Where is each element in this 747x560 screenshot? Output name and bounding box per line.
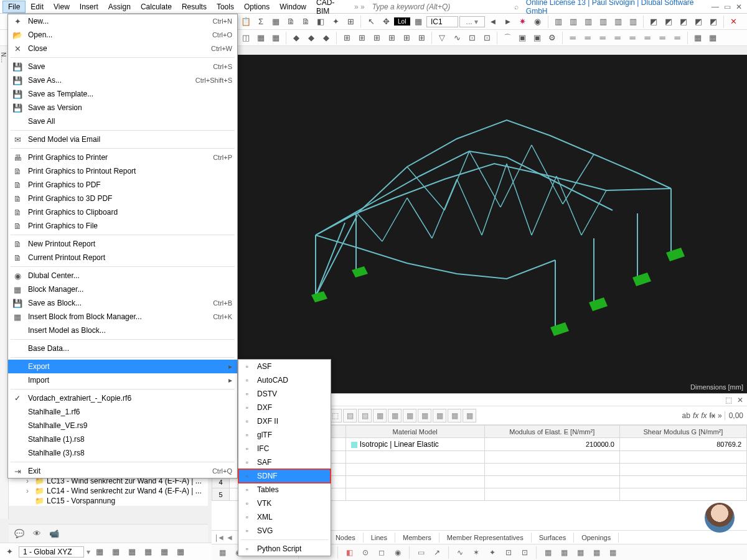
file-menu-item[interactable]: ⇥ExitCtrl+Q bbox=[8, 464, 237, 478]
tree-item-lc15[interactable]: 📁LC15 - Vorspannung bbox=[9, 496, 208, 506]
menu-assign[interactable]: Assign bbox=[103, 1, 136, 12]
file-menu-item[interactable]: ◉Dlubal Center... bbox=[8, 269, 237, 282]
sb-j-icon[interactable]: ▭ bbox=[414, 546, 428, 559]
t2-y-icon[interactable]: ▦ bbox=[691, 31, 705, 45]
tool-clipboard-icon[interactable]: 📋 bbox=[239, 15, 253, 29]
t2-d-icon[interactable]: ◆ bbox=[289, 31, 303, 45]
sb-q-icon[interactable]: ▦ bbox=[541, 546, 555, 559]
tool-i-icon[interactable]: ◩ bbox=[677, 15, 690, 29]
tab-openings[interactable]: Openings bbox=[574, 533, 619, 543]
coord-a-icon[interactable]: ▦ bbox=[93, 545, 106, 559]
t2-t-icon[interactable]: ═ bbox=[611, 31, 624, 45]
nav-camera-icon[interactable]: 📹 bbox=[47, 527, 61, 541]
file-menu-item[interactable]: 🗎Current Printout Report bbox=[8, 251, 237, 264]
grid-b3-icon[interactable]: ▤ bbox=[343, 409, 357, 422]
t2-i-icon[interactable]: ⊞ bbox=[370, 31, 383, 45]
t2-s-icon[interactable]: ═ bbox=[596, 31, 609, 45]
file-menu-item[interactable]: ✉Send Model via Email bbox=[8, 133, 237, 146]
t2-j-icon[interactable]: ⊞ bbox=[385, 31, 398, 45]
t2-curve-icon[interactable]: ∿ bbox=[450, 31, 464, 45]
file-menu-item[interactable]: 💾SaveCtrl+S bbox=[8, 60, 237, 73]
tool-f-icon[interactable]: ▥ bbox=[626, 15, 640, 29]
fx-fx-icon[interactable]: fx bbox=[693, 411, 698, 420]
menu-file[interactable]: File bbox=[2, 1, 26, 13]
search-icon[interactable]: ⌕ bbox=[512, 2, 521, 11]
t2-l-icon[interactable]: ⊞ bbox=[415, 31, 428, 45]
fx-strike-icon[interactable]: fx bbox=[710, 411, 715, 420]
file-menu-item[interactable]: 💾Save as Block...Ctrl+B bbox=[8, 296, 237, 310]
tool-prev-icon[interactable]: ◄ bbox=[486, 15, 500, 29]
file-menu-item[interactable]: ✓Vordach_extrahiert_-_Kopie.rf6 bbox=[8, 391, 237, 405]
coord-b-icon[interactable]: ▦ bbox=[109, 545, 123, 559]
panel-pop-icon[interactable]: ⬚ bbox=[725, 396, 732, 404]
t2-r-icon[interactable]: ═ bbox=[581, 31, 594, 45]
sb-s-icon[interactable]: ▦ bbox=[573, 546, 587, 559]
export-item-gltf[interactable]: ▫glTF bbox=[238, 428, 331, 442]
tab-first-icon[interactable]: |◄ bbox=[215, 533, 225, 542]
coord-c-icon[interactable]: ▦ bbox=[125, 545, 139, 559]
export-item-dxf[interactable]: ▫DXF bbox=[238, 401, 331, 414]
tool-grid-icon[interactable]: ▦ bbox=[269, 15, 283, 29]
restore-icon[interactable]: ▭ bbox=[721, 2, 733, 11]
tool-doc-icon[interactable]: 🗎 bbox=[284, 15, 298, 29]
coord-e-icon[interactable]: ▦ bbox=[157, 545, 171, 559]
file-menu-item[interactable]: Insert Model as Block... bbox=[8, 324, 237, 337]
grid-b5-icon[interactable]: ▦ bbox=[373, 409, 387, 422]
file-menu-item[interactable]: 🗎New Printout Report bbox=[8, 237, 237, 251]
t2-g-icon[interactable]: ⊞ bbox=[340, 31, 354, 45]
close-icon[interactable]: ✕ bbox=[733, 2, 745, 11]
file-menu-item[interactable]: 🗎Print Graphics to 3D PDF bbox=[8, 192, 237, 205]
sb-r-icon[interactable]: ▦ bbox=[557, 546, 571, 559]
file-menu-item[interactable]: 🗎Print Graphics to Clipboard bbox=[8, 205, 237, 219]
grid-b4-icon[interactable]: ▤ bbox=[358, 409, 372, 422]
tool-dim-icon[interactable]: ⊞ bbox=[344, 15, 357, 29]
menubar-overflow-icon[interactable]: » » bbox=[350, 2, 369, 11]
grid-b7-icon[interactable]: ▦ bbox=[403, 409, 416, 422]
tool-wind-icon[interactable]: ✷ bbox=[516, 15, 530, 29]
tool-h-icon[interactable]: ◩ bbox=[662, 15, 675, 29]
t2-z-icon[interactable]: ▦ bbox=[706, 31, 720, 45]
tool-a-icon[interactable]: ▥ bbox=[552, 15, 565, 29]
file-menu-item[interactable]: ✦New...Ctrl+N bbox=[8, 14, 237, 28]
grid-b11-icon[interactable]: ▦ bbox=[463, 409, 476, 422]
sb-m-icon[interactable]: ✶ bbox=[469, 546, 483, 559]
tool-sigma-icon[interactable]: Σ bbox=[254, 15, 268, 29]
export-item-asf[interactable]: ▫ASF bbox=[238, 360, 331, 373]
t2-b-icon[interactable]: ▦ bbox=[254, 31, 268, 45]
sb-k-icon[interactable]: ↗ bbox=[430, 546, 444, 559]
tab-nodes[interactable]: Nodes bbox=[328, 533, 364, 543]
menu-options[interactable]: Options bbox=[239, 1, 275, 12]
sb-o-icon[interactable]: ⊡ bbox=[502, 546, 515, 559]
fx-ab-icon[interactable]: ab bbox=[682, 411, 690, 420]
file-menu-item[interactable]: Export▸ bbox=[8, 360, 237, 373]
t2-bridge-icon[interactable]: ⌒ bbox=[500, 31, 514, 45]
tool-b-icon[interactable]: ▥ bbox=[566, 15, 580, 29]
export-item-dxf-ii[interactable]: ▫DXF II bbox=[238, 414, 331, 428]
t2-gear-icon[interactable]: ⚙ bbox=[545, 31, 559, 45]
sb-a-icon[interactable]: ▦ bbox=[215, 546, 229, 559]
sb-n-icon[interactable]: ✦ bbox=[486, 546, 499, 559]
menu-results[interactable]: Results bbox=[177, 1, 212, 12]
tab-prev-icon[interactable]: ◄ bbox=[226, 533, 233, 542]
export-item-sdnf[interactable]: ▫SDNF bbox=[238, 469, 331, 483]
tree-item-lc14[interactable]: ›📁LC14 - Wind senkrecht zur Wand 4 (E-F-… bbox=[9, 486, 208, 496]
export-item-autocad[interactable]: ▫AutoCAD bbox=[238, 373, 331, 387]
sb-u-icon[interactable]: ▦ bbox=[606, 546, 619, 559]
tool-g-icon[interactable]: ◩ bbox=[647, 15, 660, 29]
menu-calculate[interactable]: Calculate bbox=[136, 1, 177, 12]
t2-v-icon[interactable]: ═ bbox=[641, 31, 654, 45]
tool-select-icon[interactable]: ↖ bbox=[364, 15, 378, 29]
sb-p-icon[interactable]: ⊡ bbox=[518, 546, 532, 559]
grid-b8-icon[interactable]: ▦ bbox=[418, 409, 431, 422]
sb-t-icon[interactable]: ▦ bbox=[590, 546, 603, 559]
coord-f-icon[interactable]: ▦ bbox=[174, 545, 187, 559]
file-menu-item[interactable]: ✕CloseCtrl+W bbox=[8, 42, 237, 55]
tool-j-icon[interactable]: ◩ bbox=[692, 15, 705, 29]
tool-show-icon[interactable]: ◉ bbox=[531, 15, 545, 29]
keyword-search-input[interactable] bbox=[369, 1, 512, 12]
file-menu-item[interactable]: Stahlhalle (3).rs8 bbox=[8, 446, 237, 460]
tool-k-icon[interactable]: ◩ bbox=[707, 15, 720, 29]
export-item-tables[interactable]: ▫Tables bbox=[238, 483, 331, 497]
t2-filter-icon[interactable]: ▽ bbox=[435, 31, 449, 45]
minimize-icon[interactable]: — bbox=[709, 2, 721, 11]
